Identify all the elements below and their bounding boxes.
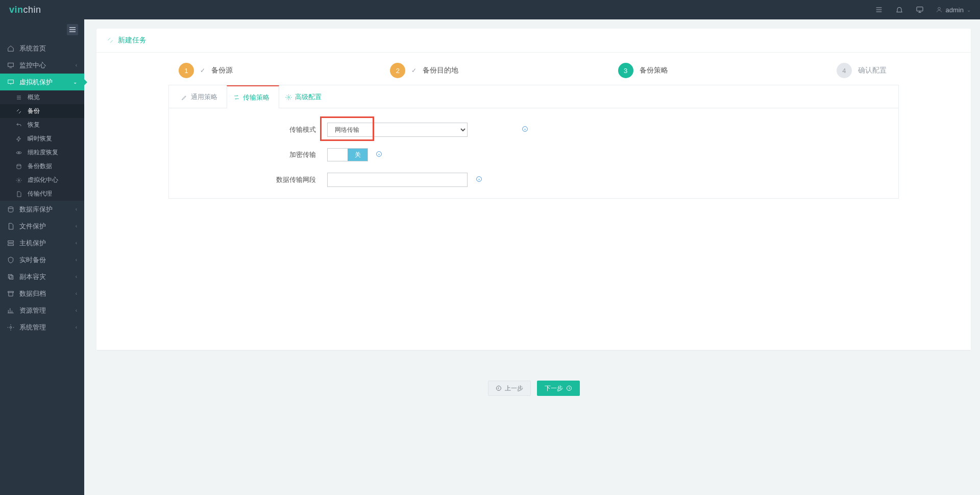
- svg-point-7: [18, 179, 20, 181]
- step-source[interactable]: 1 ✓ 备份源: [96, 63, 315, 78]
- sidebar-sub-backup[interactable]: 备份: [0, 104, 84, 118]
- info-encrypt[interactable]: [376, 151, 391, 159]
- sidebar-item-resource[interactable]: 资源管理‹: [0, 302, 84, 319]
- user-name: admin: [946, 6, 964, 14]
- svg-rect-13: [8, 291, 14, 292]
- sidebar-sub-overview[interactable]: 概览: [0, 90, 84, 104]
- list-icon[interactable]: [874, 5, 884, 14]
- step-policy[interactable]: 3 备份策略: [534, 63, 752, 78]
- row-transfer-mode: 传输模式 网络传输: [169, 123, 730, 137]
- row-encrypt: 加密传输 关: [169, 148, 730, 161]
- sidebar-item-file[interactable]: 文件保护‹: [0, 218, 84, 234]
- sidebar-sub-data[interactable]: 备份数据: [0, 159, 84, 173]
- row-segment: 数据传输网段: [169, 173, 730, 187]
- step-destination[interactable]: 2 ✓ 备份目的地: [315, 63, 533, 78]
- user-menu[interactable]: admin ⌄: [936, 6, 971, 14]
- share-arrow-icon: [107, 37, 114, 44]
- svg-point-15: [288, 96, 289, 98]
- prev-button[interactable]: 上一步: [488, 381, 531, 396]
- sidebar-item-monitor[interactable]: 监控中心‹: [0, 57, 84, 74]
- svg-rect-10: [8, 244, 14, 246]
- svg-rect-9: [8, 241, 14, 243]
- sidebar-sub-granular[interactable]: 细粒度恢复: [0, 146, 84, 159]
- server-icon: [7, 240, 14, 247]
- hamburger-icon: [69, 29, 76, 30]
- wizard-footer: 上一步 下一步: [96, 350, 971, 404]
- chevron-left-icon: ‹: [76, 324, 77, 330]
- chart-icon: [7, 307, 14, 314]
- sidebar-item-host[interactable]: 主机保护‹: [0, 234, 84, 251]
- sidebar-sub-agent[interactable]: 传输代理: [0, 187, 84, 201]
- svg-point-6: [17, 164, 21, 166]
- chevron-left-icon: ‹: [76, 257, 77, 263]
- sidebar-submenu-vm: 概览 备份 恢复 瞬时恢复 细粒度恢复 备份数据 虚拟化中心 传输代理: [0, 90, 84, 201]
- sidebar-sub-instant[interactable]: 瞬时恢复: [0, 132, 84, 146]
- sidebar-item-vm[interactable]: 虚拟机保护⌄: [0, 74, 84, 90]
- arrow-left-icon: [496, 385, 502, 391]
- check-icon: ✓: [200, 67, 205, 74]
- svg-rect-0: [917, 7, 923, 11]
- sidebar: 系统首页 监控中心‹ 虚拟机保护⌄ 概览 备份 恢复 瞬时恢复 细粒度恢复 备份…: [0, 19, 84, 495]
- svg-rect-2: [8, 63, 14, 66]
- display-icon: [7, 79, 14, 86]
- arrow-right-icon: [566, 385, 572, 391]
- chevron-left-icon: ‹: [76, 62, 77, 68]
- svg-rect-3: [8, 80, 14, 83]
- sidebar-sub-restore[interactable]: 恢复: [0, 118, 84, 132]
- file-icon: [15, 191, 22, 198]
- brand-part-b: chin: [23, 5, 41, 15]
- chevron-left-icon: ‹: [76, 274, 77, 279]
- chevron-left-icon: ‹: [76, 240, 77, 246]
- share-icon: [15, 108, 22, 115]
- monitor2-icon: [7, 62, 14, 69]
- svg-point-19: [496, 386, 501, 391]
- shield-icon: [7, 256, 14, 264]
- panel-header: 新建任务: [96, 29, 971, 53]
- transfer-policy-form: 传输模式 网络传输 加密传输: [169, 123, 730, 187]
- sidebar-toggle[interactable]: [67, 24, 78, 35]
- tab-advanced[interactable]: 高级配置: [279, 85, 331, 108]
- monitor-icon[interactable]: [915, 5, 924, 14]
- svg-point-4: [18, 152, 19, 153]
- next-button[interactable]: 下一步: [537, 381, 580, 396]
- db-icon: [15, 163, 22, 170]
- switch-encrypt[interactable]: 关: [327, 148, 368, 161]
- chevron-left-icon: ‹: [76, 206, 77, 212]
- select-transfer-mode[interactable]: 网络传输: [327, 123, 468, 137]
- tab-transfer[interactable]: 传输策略: [227, 85, 279, 108]
- policy-tabs: 通用策略 传输策略 高级配置: [169, 85, 898, 108]
- doc-icon: [7, 223, 14, 230]
- switch-blank: [328, 149, 348, 161]
- svg-rect-12: [8, 274, 12, 278]
- input-segment[interactable]: [327, 173, 468, 187]
- tab-general[interactable]: 通用策略: [175, 85, 227, 108]
- sidebar-item-realtime[interactable]: 实时备份‹: [0, 251, 84, 268]
- svg-rect-11: [10, 275, 13, 279]
- sidebar-item-archive[interactable]: 数据归档‹: [0, 285, 84, 302]
- svg-point-20: [567, 386, 571, 391]
- info-transfer-mode[interactable]: [522, 126, 537, 134]
- sidebar-sub-virt[interactable]: 虚拟化中心: [0, 173, 84, 187]
- sidebar-item-home[interactable]: 系统首页: [0, 40, 84, 57]
- switch-off: 关: [348, 149, 368, 161]
- bolt-icon: [15, 135, 22, 143]
- brand-part-a: vin: [9, 5, 23, 15]
- chevron-down-icon: ⌄: [967, 7, 971, 13]
- chevron-down-icon: ⌄: [73, 79, 77, 85]
- atom-icon: [15, 149, 22, 156]
- cog-icon: [7, 324, 14, 331]
- sidebar-item-copy[interactable]: 副本容灾‹: [0, 268, 84, 285]
- sidebar-item-system[interactable]: 系统管理‹: [0, 319, 84, 336]
- info-segment[interactable]: [476, 176, 491, 184]
- sidebar-item-db[interactable]: 数据库保护‹: [0, 201, 84, 218]
- topbar: vinchin admin ⌄: [0, 0, 980, 19]
- gear-icon: [15, 177, 22, 184]
- step-confirm[interactable]: 4 确认配置: [752, 63, 971, 78]
- swap-icon: [233, 94, 240, 101]
- home-icon: [7, 45, 14, 52]
- chevron-left-icon: ‹: [76, 308, 77, 313]
- svg-point-1: [938, 7, 940, 10]
- label-transfer-mode: 传输模式: [169, 125, 327, 134]
- bell-icon[interactable]: [895, 5, 904, 14]
- main: 新建任务 1 ✓ 备份源 2 ✓ 备份目的地 3: [84, 19, 980, 495]
